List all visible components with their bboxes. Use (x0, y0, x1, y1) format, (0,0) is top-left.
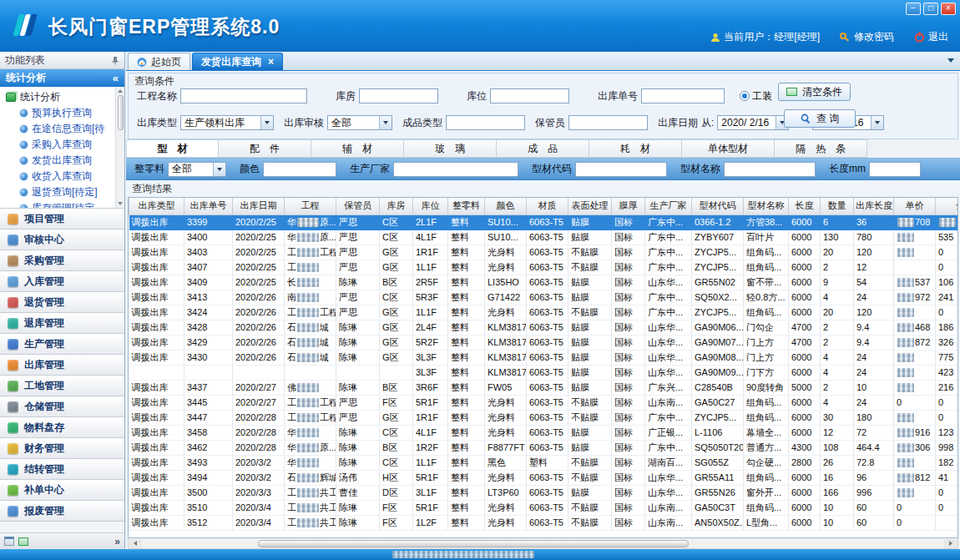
column-header[interactable]: 型材名称 (744, 198, 789, 214)
table-row[interactable]: 调拨出库34932020/3/2华陈琳C区1L1F整料黑色塑料不贴膜国标湖南百.… (129, 455, 959, 470)
material-tab[interactable]: 配 件 (219, 139, 311, 158)
column-header[interactable]: 整零料 (448, 198, 485, 214)
sidebar-group-statistics[interactable]: 统计分析 « (0, 69, 124, 87)
column-header[interactable]: 颜色 (485, 198, 527, 214)
sidebar-section[interactable]: 物料盘存 (0, 417, 124, 438)
column-header[interactable]: 金 (936, 198, 959, 214)
column-header[interactable]: 材质 (527, 198, 568, 214)
column-header[interactable]: 出库单号 (184, 198, 233, 214)
material-tab[interactable]: 玻 璃 (404, 139, 497, 158)
table-row[interactable]: 调拨出库35102020/3/4工共工程陈琳F区5R1F整料光身料6063-T5… (129, 500, 959, 515)
profile-name-input[interactable] (724, 162, 816, 177)
tree-root[interactable]: 统计分析 (6, 89, 113, 105)
column-header[interactable]: 生产厂家 (645, 198, 692, 214)
tree-item[interactable]: 在途信息查询[待 (6, 121, 113, 137)
table-row[interactable]: 调拨出库34452020/2/27工工程严思F区5R1F整料光身料6063-T5… (129, 395, 959, 410)
table-row[interactable]: 调拨出库34072020/2/25工严思G区1L1F整料光身料6063-T5不贴… (129, 260, 959, 275)
sidebar-section[interactable]: 退货管理 (0, 292, 124, 313)
outbound-type-select[interactable]: 生产领料出库 (180, 115, 274, 130)
table-row[interactable]: 调拨出库34472020/2/28工工程严思G区1R1F整料光身料6063-T5… (129, 410, 959, 425)
overflow-chevrons[interactable]: » (114, 536, 120, 547)
sidebar-section[interactable]: 生产管理 (0, 334, 124, 355)
table-row[interactable]: 调拨出库34242020/2/26工工程严思G区1L1F整料光身料6063-T5… (129, 305, 959, 320)
project-name-input[interactable] (180, 88, 307, 103)
table-row[interactable]: 调拨出库33992020/2/25华原...严思C区2L1F整料SU10...6… (129, 214, 959, 230)
sidebar-section[interactable]: 项目管理 (0, 209, 124, 230)
material-tab[interactable]: 成 品 (497, 139, 589, 158)
sidebar-section[interactable]: 退库管理 (0, 313, 124, 334)
location-input[interactable] (490, 88, 569, 103)
table-row[interactable]: 调拨出库35122020/3/4工共工程陈琳F区1L2F整料光身料6063-T5… (129, 515, 959, 530)
outbound-audit-select[interactable]: 全部 (327, 115, 392, 130)
profile-code-input[interactable] (575, 162, 667, 177)
column-header[interactable]: 表面处理 (568, 198, 612, 214)
table-row[interactable]: 调拨出库34092020/2/25长陈琳B区2R5F整料LI35HO6063-T… (129, 275, 959, 290)
sidebar-section[interactable]: 补单中心 (0, 480, 124, 501)
scrollbar-thumb[interactable] (118, 95, 124, 130)
date-from-picker[interactable]: 2020/ 2/16 (717, 115, 789, 130)
sidebar-section[interactable]: 入库管理 (0, 271, 124, 292)
product-type-input[interactable] (446, 115, 525, 130)
sidebar-section[interactable]: 财务管理 (0, 438, 124, 459)
change-password-button[interactable]: 修改密码 (840, 30, 894, 44)
pin-icon[interactable] (111, 56, 119, 65)
table-row[interactable]: 调拨出库34292020/2/26石城陈琳G区5R2F整料KLM38176063… (129, 335, 959, 350)
column-header[interactable]: 数量 (821, 198, 854, 214)
horizontal-scrollbar[interactable] (128, 538, 958, 549)
monitor-icon[interactable] (18, 537, 28, 546)
table-row[interactable]: 调拨出库35002020/3/3工共工程曹佳D区3L1F整料LT3P606063… (129, 485, 959, 500)
column-header[interactable]: 单价 (894, 198, 936, 214)
sidebar-section[interactable]: 工地管理 (0, 376, 124, 396)
column-header[interactable]: 型材代码 (692, 198, 744, 214)
material-tab[interactable]: 型 材 (126, 139, 219, 158)
sidebar-section[interactable]: 报废管理 (0, 501, 124, 522)
keeper-input[interactable] (568, 115, 648, 130)
order-no-input[interactable] (641, 88, 725, 103)
table-row[interactable]: 调拨出库34372020/2/27佛陈琳B区3R6F整料FW056063-T5贴… (129, 380, 959, 395)
tree-scrollbar[interactable] (115, 87, 124, 208)
maximize-button[interactable]: □ (923, 3, 938, 15)
color-input[interactable] (263, 162, 336, 177)
material-tab[interactable]: 耗 材 (589, 139, 682, 158)
table-row[interactable]: 调拨出库34582020/2/28华陈琳C区4L1F整料光身料6063-T5贴膜… (129, 425, 959, 440)
column-header[interactable]: 工程 (285, 198, 336, 214)
table-row[interactable]: 调拨出库34002020/2/25华原...严思C区4L1F整料SU10...6… (129, 230, 959, 245)
clear-conditions-button[interactable]: 清空条件 (778, 83, 851, 101)
collapse-icon[interactable]: « (113, 74, 119, 83)
panel-view-icon[interactable] (4, 537, 14, 546)
tree-item[interactable]: 库存管理[待定 (6, 200, 113, 209)
table-row[interactable]: 调拨出库34032020/2/25工工程严思G区1R1F整料光身料6063-T5… (129, 245, 959, 260)
column-header[interactable]: 出库日期 (233, 198, 285, 214)
material-tab[interactable]: 隔 热 条 (775, 139, 867, 158)
scroll-down-icon[interactable] (118, 202, 123, 205)
sidebar-section[interactable]: 结转管理 (0, 459, 124, 480)
material-tab[interactable]: 辅 材 (311, 139, 404, 158)
sidebar-section[interactable]: 仓储管理 (0, 396, 124, 417)
tab-start-page[interactable]: 起始页 (128, 53, 190, 70)
warehouse-input[interactable] (359, 88, 438, 103)
table-row[interactable]: 调拨出库34132020/2/26南严思C区5R3F整料G714226063-T… (129, 290, 959, 305)
column-header[interactable]: 长度 (789, 198, 821, 214)
table-row[interactable]: 调拨出库34282020/2/26石城陈琳G区2L4F整料KLM38176063… (129, 320, 959, 335)
tree-item[interactable]: 收货入库查询 (6, 169, 113, 184)
tab-shipping-outbound-query[interactable]: 发货出库查询 × (192, 53, 283, 70)
maker-input[interactable] (393, 162, 518, 177)
radio-gongzhuang[interactable]: 工装 (740, 89, 772, 103)
table-row[interactable]: 调拨出库34942020/3/2石辉城汤伟H区5R1F整料光身料6063-T5不… (129, 470, 959, 485)
tree-item[interactable]: 采购入库查询 (6, 137, 113, 153)
whole-part-select[interactable]: 全部 (168, 162, 226, 177)
tree-item[interactable]: 退货查询[待定] (6, 184, 113, 200)
logout-button[interactable]: 退出 (914, 30, 948, 44)
scroll-up-icon[interactable] (118, 89, 123, 93)
length-input[interactable] (869, 162, 921, 177)
scroll-left-icon[interactable] (129, 539, 142, 548)
table-row[interactable]: 调拨出库34622020/2/28华原...陈琳B区1R2F整料F8877FT6… (129, 440, 959, 455)
column-header[interactable]: 保管员 (336, 198, 380, 214)
tree-item[interactable]: 发货出库查询 (6, 153, 113, 169)
scrollbar-thumb[interactable] (258, 540, 689, 547)
column-header[interactable]: 出库长度 (854, 198, 894, 214)
close-tab-icon[interactable]: × (268, 56, 274, 68)
column-header[interactable]: 库房 (380, 198, 413, 214)
column-header[interactable]: 库位 (413, 198, 448, 214)
minimize-button[interactable]: − (906, 3, 921, 15)
